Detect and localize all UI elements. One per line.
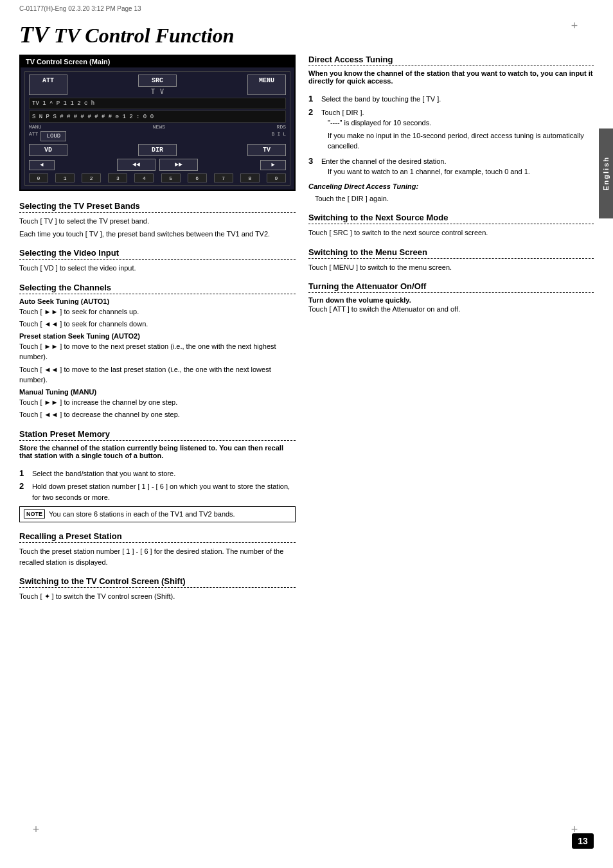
num-4[interactable]: 4 <box>134 173 154 182</box>
num-0[interactable]: 0 <box>29 173 48 182</box>
da-step3-num: 3 <box>308 156 317 179</box>
page-title: TV TV Control Function <box>19 21 594 48</box>
left-column: TV Control Screen (Main) ATT SRC <box>19 55 296 611</box>
canceling-text: Touch the [ DIR ] again. <box>315 193 594 204</box>
num-2[interactable]: 2 <box>82 173 101 182</box>
step1-text: Select the band/station that you want to… <box>32 468 296 479</box>
menu-screen-text: Touch [ MENU ] to switch to the menu scr… <box>308 262 594 273</box>
tv-bands-text2: Each time you touch [ TV ], the preset b… <box>19 229 296 240</box>
section-station-preset: Station Preset Memory Store the channel … <box>19 429 296 523</box>
da-step3-sub1: If you want to watch to an 1 channel, fo… <box>328 166 594 177</box>
num-9[interactable]: 9 <box>267 173 286 182</box>
tv-screen-inner: ATT SRC T V <box>24 71 290 186</box>
section-next-source: Switching to the Next Source Mode Touch … <box>308 213 594 238</box>
station-preset-title: Station Preset Memory <box>19 429 296 439</box>
num-7[interactable]: 7 <box>214 173 233 182</box>
att-button[interactable]: ATT <box>29 75 67 95</box>
preset-station-text2: Touch [ ◄◄ ] to move to the last preset … <box>19 364 296 385</box>
station-preset-step2: 2 Hold down preset station number [ 1 ] … <box>19 481 296 502</box>
channels-divider <box>19 294 296 294</box>
station-preset-intro: Store the channel of the station current… <box>19 444 296 459</box>
da-step1-num: 1 <box>308 94 317 105</box>
auto-seek-text1: Touch [ ►► ] to seek for channels up. <box>19 306 296 317</box>
forward-btn[interactable]: ► <box>260 160 286 170</box>
switching-shift-title: Switching to the TV Control Screen (Shif… <box>19 576 296 586</box>
da-step1-text: Select the band by touching the [ TV ]. <box>321 94 594 105</box>
tv-bands-text1: Touch [ TV ] to select the TV preset ban… <box>19 216 296 227</box>
canceling-title-wrap: Canceling Direct Access Tuning: <box>308 182 594 191</box>
english-label: English <box>602 156 610 191</box>
i-label: I <box>277 131 280 141</box>
attenuator-divider <box>308 292 594 293</box>
arrow-v: V <box>160 88 164 95</box>
preset-station-title: Preset station Seek Tuning (AUTO2) <box>19 332 296 340</box>
recalling-preset-text: Touch the preset station number [ 1 ] - … <box>19 546 296 567</box>
header-text: C-01177(H)-Eng 02.3.20 3:12 PM Page 13 <box>19 5 141 12</box>
tv-nav-row: ◄ ◄◄ ►► ► <box>29 159 286 171</box>
loud-btn[interactable]: LOUD <box>40 131 66 141</box>
page-number: 13 <box>572 833 594 849</box>
tv-bands-title: Selecting the TV Preset Bands <box>19 201 296 211</box>
tv-labels-row2: ATT LOUD B I L <box>29 131 286 141</box>
num-5[interactable]: 5 <box>161 173 181 182</box>
tv-top-btn-row: ATT SRC T V <box>29 75 286 95</box>
tv-mid-btn-row: VD DIR TV <box>29 144 286 156</box>
note-box: NOTE You can store 6 stations in each of… <box>19 506 296 522</box>
da-step2-num: 2 <box>308 107 317 154</box>
tv-button[interactable]: TV <box>247 144 286 156</box>
step2-text: Hold down preset station number [ 1 ] - … <box>32 481 296 502</box>
vd-button[interactable]: VD <box>29 144 67 156</box>
menu-button[interactable]: MENU <box>247 75 286 95</box>
section-switching-shift: Switching to the TV Control Screen (Shif… <box>19 576 296 602</box>
preset-station-text1: Touch [ ►► ] to move to the next preset … <box>19 341 296 362</box>
menu-screen-divider <box>308 258 594 259</box>
switching-shift-text: Touch [ ✦ ] to switch the TV control scr… <box>19 591 296 602</box>
tv-display-row1: TV 1 ^ P 1 1 2 c h <box>29 98 286 109</box>
prev-track-btn[interactable]: ◄◄ <box>117 159 155 171</box>
direct-access-step2: 2 Touch [ DIR ]. "----" is displayed for… <box>308 107 594 154</box>
tv-screen-title: TV Control Screen (Main) <box>21 56 294 67</box>
num-3[interactable]: 3 <box>108 173 127 182</box>
rds-label: RDS <box>277 124 286 130</box>
section-attenuator: Turning the Attenuator On/Off Turn down … <box>308 281 594 315</box>
direct-access-divider <box>308 66 594 66</box>
station-preset-step1: 1 Select the band/station that you want … <box>19 468 296 479</box>
next-track-btn[interactable]: ►► <box>159 159 198 171</box>
l-label: L <box>283 131 286 141</box>
tv-display-text1: TV 1 ^ P 1 1 2 c h <box>32 100 94 107</box>
direct-access-title: Direct Access Tuning <box>308 55 594 64</box>
section-video-input: Selecting the Video Input Touch [ VD ] t… <box>19 248 296 274</box>
da-step2-sub2: If you make no input in the 10-second pe… <box>328 130 594 152</box>
tv-display-text2: S N P S # # # # # # # # ⊙ 1 2 : 0 0 <box>32 113 154 120</box>
recalling-preset-divider <box>19 542 296 543</box>
auto-seek-text2: Touch [ ◄◄ ] to seek for channels down. <box>19 319 296 330</box>
num-8[interactable]: 8 <box>240 173 260 182</box>
switching-shift-divider <box>19 587 296 588</box>
step1-num: 1 <box>19 468 28 479</box>
tv-bands-divider <box>19 212 296 213</box>
tv-control-screen-box: TV Control Screen (Main) ATT SRC <box>19 55 296 191</box>
num-1[interactable]: 1 <box>55 173 75 182</box>
num-6[interactable]: 6 <box>188 173 207 182</box>
tv-display-row2: S N P S # # # # # # # # ⊙ 1 2 : 0 0 <box>29 111 286 123</box>
attenuator-text: Touch [ ATT ] to switch the Attenuator o… <box>308 304 594 315</box>
da-step2-text: Touch [ DIR ]. <box>321 107 594 118</box>
arrow-t: T <box>151 88 155 95</box>
next-source-divider <box>308 224 594 224</box>
da-step2-sub1: "----" is displayed for 10 seconds. <box>328 118 594 128</box>
crosshair-bottom-left <box>30 823 42 836</box>
news-label: NEWS <box>153 124 165 130</box>
video-input-text: Touch [ VD ] to select the video input. <box>19 263 296 274</box>
section-tv-bands: Selecting the TV Preset Bands Touch [ TV… <box>19 201 296 239</box>
crosshair-top-right <box>568 19 581 32</box>
section-recalling-preset: Recalling a Preset Station Touch the pre… <box>19 531 296 567</box>
note-label: NOTE <box>24 509 45 518</box>
next-source-text: Touch [ SRC ] to switch to the next sour… <box>308 227 594 238</box>
right-column: Direct Access Tuning When you know the c… <box>308 55 594 611</box>
src-button[interactable]: SRC <box>138 75 177 87</box>
tv-number-row: 0 1 2 3 4 5 6 7 8 9 <box>29 173 286 182</box>
back-btn[interactable]: ◄ <box>29 160 55 170</box>
channels-title: Selecting the Channels <box>19 283 296 292</box>
page-header: C-01177(H)-Eng 02.3.20 3:12 PM Page 13 <box>0 0 613 15</box>
dir-button[interactable]: DIR <box>138 144 177 156</box>
